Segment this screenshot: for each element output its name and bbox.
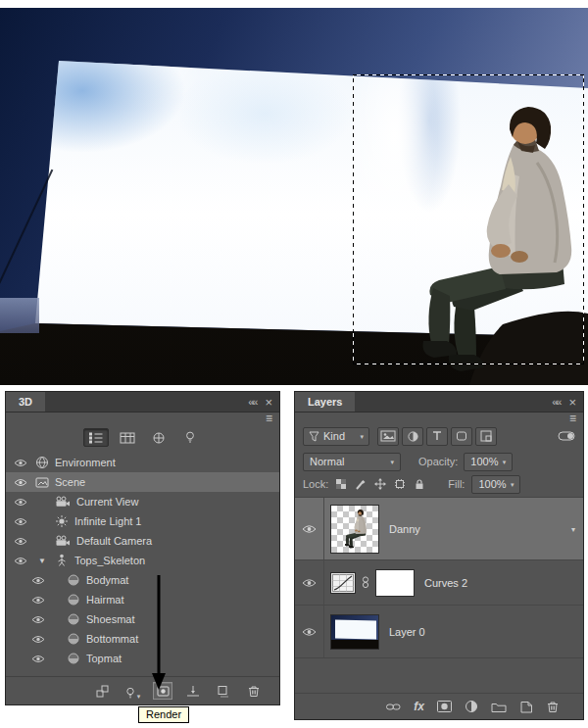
lock-move-icon[interactable] (374, 478, 386, 490)
new-adjustment-layer-icon[interactable] (465, 700, 478, 713)
layer-row-danny[interactable]: Danny ▾ (295, 498, 583, 560)
shadow-icon[interactable] (214, 682, 233, 700)
visibility-eye-icon[interactable] (29, 635, 47, 644)
3d-row-bottommat[interactable]: Bottommat (6, 629, 279, 649)
panel-menu-icon[interactable]: ≡ (569, 412, 576, 425)
mesh-icon (55, 554, 69, 567)
3d-row-scene[interactable]: Scene (6, 472, 279, 492)
3d-row-topmat[interactable]: Topmat (6, 649, 279, 668)
3d-row-bodymat[interactable]: Bodymat (6, 570, 279, 590)
canvas-photo[interactable] (0, 8, 588, 385)
link-icon[interactable] (361, 576, 370, 589)
visibility-eye-icon[interactable] (29, 655, 47, 663)
visibility-eye-icon[interactable] (12, 478, 29, 487)
lock-paint-icon[interactable] (355, 478, 367, 490)
3d-row-current-view[interactable]: Current View (6, 492, 279, 511)
visibility-eye-icon[interactable] (29, 615, 47, 624)
layers-filter-row: Kind ▾ (295, 425, 583, 449)
filter-shape-layers-button[interactable] (451, 427, 472, 446)
visibility-eye-icon[interactable] (29, 596, 47, 605)
blend-mode-select[interactable]: Normal ▾ (303, 453, 401, 471)
chevron-down-icon[interactable]: ▾ (571, 524, 575, 533)
layer-mask-thumbnail[interactable] (375, 569, 415, 597)
shape-icon (456, 430, 467, 442)
3d-row-hairmat[interactable]: Hairmat (6, 590, 279, 609)
visibility-eye-icon[interactable] (12, 557, 29, 565)
blend-mode-value: Normal (310, 456, 344, 467)
close-panel-icon[interactable]: × (568, 395, 576, 410)
smart-object-icon (480, 430, 492, 442)
adjustment-layer-thumbnail[interactable] (330, 572, 356, 594)
collapse-panel-icon[interactable]: «« (248, 396, 256, 408)
visibility-eye-icon[interactable] (12, 517, 29, 526)
opacity-select[interactable]: 100% ▾ (464, 453, 513, 471)
lock-artboard-icon[interactable] (394, 478, 406, 490)
new-layer-icon[interactable] (519, 701, 533, 713)
filter-meshes-button[interactable] (115, 428, 140, 447)
delete-layer-icon[interactable] (546, 701, 560, 713)
fill-select[interactable]: 100% ▾ (471, 475, 520, 494)
caret-down-icon: ▾ (511, 481, 514, 488)
visibility-eye-icon[interactable] (12, 537, 29, 546)
layer-row-curves-2[interactable]: Curves 2 (295, 560, 583, 606)
kind-label: Kind (323, 430, 356, 442)
environment-icon (35, 456, 49, 469)
3d-row-default-camera[interactable]: Default Camera (6, 531, 279, 551)
close-panel-icon[interactable]: × (265, 395, 272, 410)
filter-adjustment-layers-button[interactable] (402, 427, 423, 446)
scene-icon (35, 476, 49, 489)
material-icon (67, 632, 80, 646)
new-group-icon[interactable] (491, 701, 507, 713)
visibility-eye-icon[interactable] (295, 498, 324, 559)
expander-open-icon[interactable]: ▼ (35, 557, 49, 565)
lock-transparency-icon[interactable] (335, 478, 347, 490)
3d-row-infinite-light-1[interactable]: Infinite Light 1 (6, 511, 279, 531)
light-bulb-icon[interactable]: ▾ (122, 682, 142, 700)
layers-bottom-toolbar: fx (295, 693, 583, 719)
panel-menu-icon[interactable]: ≡ (266, 412, 272, 425)
filter-lights-button[interactable] (177, 428, 203, 447)
filter-type-layers-button[interactable] (426, 427, 448, 446)
link-layers-icon[interactable] (386, 701, 401, 713)
workspace: 3D «« × ≡ Enviro (0, 0, 588, 728)
filter-pixel-layers-button[interactable] (377, 427, 399, 446)
3d-row-label: Hairmat (86, 594, 124, 606)
filtering-toggle-icon[interactable] (558, 429, 575, 443)
lock-all-icon[interactable] (414, 478, 425, 490)
render-pointer-arrow (148, 573, 170, 695)
fill-value: 100% (478, 478, 506, 490)
visibility-eye-icon[interactable] (295, 560, 324, 605)
kind-filter-select[interactable]: Kind ▾ (303, 427, 369, 446)
3d-panel: 3D «« × ≡ Enviro (5, 391, 280, 705)
3d-row-tops-skeleton[interactable]: ▼ Tops_Skeleton (6, 551, 279, 570)
layer-thumbnail[interactable] (330, 614, 379, 650)
lock-row: Lock: Fill: 100% ▾ (295, 474, 583, 498)
3d-bottom-toolbar: ▾ (6, 676, 279, 704)
curves-icon (332, 574, 354, 592)
visibility-eye-icon[interactable] (12, 459, 29, 467)
tab-3d[interactable]: 3D (6, 392, 45, 412)
ground-plane-icon[interactable] (183, 682, 203, 700)
3d-row-label: Scene (55, 476, 85, 488)
filter-whole-scene-button[interactable] (83, 428, 109, 447)
visibility-eye-icon[interactable] (295, 606, 324, 657)
materials-sphere-icon (151, 432, 167, 444)
filter-materials-button[interactable] (146, 428, 172, 447)
tab-layers[interactable]: Layers (295, 392, 355, 412)
visibility-eye-icon[interactable] (12, 498, 29, 507)
cubes-icon[interactable] (92, 682, 112, 700)
layer-row-layer-0[interactable]: Layer 0 (295, 606, 583, 658)
filter-smart-objects-button[interactable] (475, 427, 497, 446)
opacity-value: 100% (470, 456, 498, 467)
3d-row-shoesmat[interactable]: Shoesmat (6, 609, 279, 629)
collapse-panel-icon[interactable]: «« (552, 396, 560, 408)
layer-style-fx-icon[interactable]: fx (414, 700, 424, 713)
layer-thumbnail[interactable] (330, 505, 379, 554)
visibility-eye-icon[interactable] (29, 576, 47, 585)
caret-down-icon: ▾ (360, 433, 364, 440)
trash-icon[interactable] (244, 682, 264, 700)
danny-thumb-figure (340, 508, 369, 551)
add-mask-icon[interactable] (437, 701, 452, 712)
selection-marching-ants[interactable] (353, 74, 584, 364)
3d-row-environment[interactable]: Environment (6, 453, 279, 472)
